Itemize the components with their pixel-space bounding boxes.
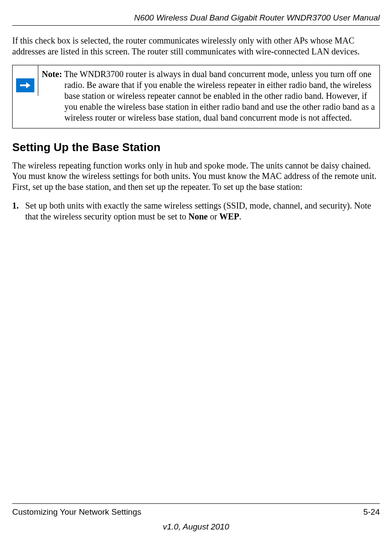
header-rule [12, 25, 380, 26]
footer-version: v1.0, August 2010 [12, 522, 380, 532]
note-icon-cell [13, 65, 38, 96]
arrow-right-icon [16, 78, 34, 92]
step1-mid: or [208, 212, 219, 221]
step1-bold-wep: WEP [219, 212, 239, 221]
footer-section-name: Customizing Your Network Settings [12, 507, 141, 517]
list-body: Set up both units with exactly the same … [25, 200, 380, 222]
page-footer: Customizing Your Network Settings 5-24 v… [12, 503, 380, 532]
note-body: The WNDR3700 router is always in dual ba… [62, 69, 375, 123]
intro-paragraph: If this check box is selected, the route… [12, 35, 380, 57]
section-paragraph: The wireless repeating function works on… [12, 160, 380, 192]
list-item: 1. Set up both units with exactly the sa… [12, 200, 380, 222]
page-header-title: N600 Wireless Dual Band Gigabit Router W… [12, 13, 380, 23]
section-heading: Setting Up the Base Station [12, 141, 380, 154]
note-text: Note: The WNDR3700 router is always in d… [38, 65, 379, 128]
footer-rule [12, 503, 380, 504]
footer-page-number: 5-24 [363, 507, 380, 517]
step1-post: . [239, 212, 241, 221]
list-number: 1. [12, 200, 25, 222]
step1-bold-none: None [188, 212, 208, 221]
note-box: Note: The WNDR3700 router is always in d… [12, 65, 380, 128]
note-label: Note: [42, 69, 62, 79]
